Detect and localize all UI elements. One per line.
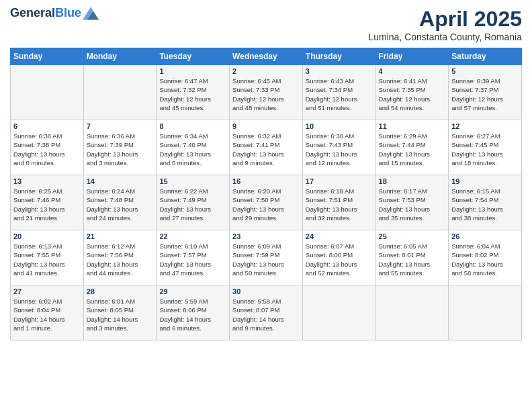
day-number: 9 [232, 122, 300, 130]
day-number: 24 [306, 232, 373, 240]
day-info: Sunrise: 6:15 AM Sunset: 7:54 PM Dayligh… [451, 187, 519, 222]
calendar-week-row: 27Sunrise: 6:02 AM Sunset: 8:04 PM Dayli… [11, 285, 522, 340]
calendar-day-cell: 13Sunrise: 6:25 AM Sunset: 7:46 PM Dayli… [11, 175, 84, 230]
calendar-week-row: 1Sunrise: 6:47 AM Sunset: 7:32 PM Daylig… [11, 65, 522, 120]
calendar-day-cell: 9Sunrise: 6:32 AM Sunset: 7:41 PM Daylig… [230, 120, 303, 175]
day-number: 27 [13, 287, 81, 295]
month-title: April 2025 [368, 7, 522, 32]
day-number: 5 [451, 67, 519, 75]
day-info: Sunrise: 5:59 AM Sunset: 8:06 PM Dayligh… [159, 297, 226, 332]
calendar-day-cell: 14Sunrise: 6:24 AM Sunset: 7:48 PM Dayli… [83, 175, 157, 230]
weekday-header-cell: Saturday [449, 48, 522, 65]
day-number: 23 [232, 232, 300, 240]
logo-icon [83, 7, 99, 20]
day-number: 22 [159, 232, 226, 240]
day-info: Sunrise: 6:10 AM Sunset: 7:57 PM Dayligh… [159, 242, 226, 277]
day-number: 3 [306, 67, 373, 75]
day-number: 28 [87, 287, 154, 295]
day-info: Sunrise: 6:24 AM Sunset: 7:48 PM Dayligh… [87, 187, 154, 222]
day-info: Sunrise: 6:45 AM Sunset: 7:33 PM Dayligh… [232, 77, 300, 112]
weekday-header-cell: Thursday [302, 48, 375, 65]
day-number: 8 [159, 122, 226, 130]
logo: GeneralBlue [10, 7, 99, 20]
page-header: GeneralBlue April 2025 Lumina, Constanta… [10, 7, 522, 42]
day-number: 17 [306, 177, 373, 185]
day-number: 21 [87, 232, 154, 240]
day-info: Sunrise: 6:41 AM Sunset: 7:35 PM Dayligh… [379, 77, 446, 112]
day-info: Sunrise: 6:32 AM Sunset: 7:41 PM Dayligh… [232, 132, 300, 167]
day-info: Sunrise: 6:09 AM Sunset: 7:59 PM Dayligh… [232, 242, 300, 277]
day-info: Sunrise: 6:34 AM Sunset: 7:40 PM Dayligh… [159, 132, 226, 167]
weekday-header-cell: Sunday [11, 48, 84, 65]
day-info: Sunrise: 6:02 AM Sunset: 8:04 PM Dayligh… [13, 297, 81, 332]
day-info: Sunrise: 6:04 AM Sunset: 8:02 PM Dayligh… [451, 242, 519, 277]
calendar-body: 1Sunrise: 6:47 AM Sunset: 7:32 PM Daylig… [11, 65, 522, 340]
weekday-header-cell: Wednesday [230, 48, 303, 65]
day-number: 10 [306, 122, 373, 130]
calendar-day-cell: 30Sunrise: 5:58 AM Sunset: 8:07 PM Dayli… [230, 285, 303, 340]
calendar-day-cell: 25Sunrise: 6:05 AM Sunset: 8:01 PM Dayli… [375, 230, 449, 285]
calendar-day-cell: 19Sunrise: 6:15 AM Sunset: 7:54 PM Dayli… [449, 175, 522, 230]
day-info: Sunrise: 6:27 AM Sunset: 7:45 PM Dayligh… [451, 132, 519, 167]
day-info: Sunrise: 6:29 AM Sunset: 7:44 PM Dayligh… [379, 132, 446, 167]
calendar-day-cell: 26Sunrise: 6:04 AM Sunset: 8:02 PM Dayli… [449, 230, 522, 285]
day-info: Sunrise: 6:36 AM Sunset: 7:39 PM Dayligh… [87, 132, 154, 167]
day-number: 13 [13, 177, 81, 185]
day-number: 20 [13, 232, 81, 240]
day-number: 29 [159, 287, 226, 295]
day-info: Sunrise: 6:17 AM Sunset: 7:53 PM Dayligh… [379, 187, 446, 222]
day-number: 6 [13, 122, 81, 130]
calendar-day-cell [375, 285, 449, 340]
day-number: 11 [379, 122, 446, 130]
calendar-day-cell: 12Sunrise: 6:27 AM Sunset: 7:45 PM Dayli… [449, 120, 522, 175]
calendar-day-cell: 29Sunrise: 5:59 AM Sunset: 8:06 PM Dayli… [157, 285, 230, 340]
calendar-week-row: 6Sunrise: 6:38 AM Sunset: 7:38 PM Daylig… [11, 120, 522, 175]
day-info: Sunrise: 6:25 AM Sunset: 7:46 PM Dayligh… [13, 187, 81, 222]
calendar-day-cell: 5Sunrise: 6:39 AM Sunset: 7:37 PM Daylig… [449, 65, 522, 120]
day-info: Sunrise: 5:58 AM Sunset: 8:07 PM Dayligh… [232, 297, 300, 332]
day-number: 12 [451, 122, 519, 130]
calendar-day-cell [11, 65, 84, 120]
day-number: 4 [379, 67, 446, 75]
day-info: Sunrise: 6:12 AM Sunset: 7:56 PM Dayligh… [87, 242, 154, 277]
calendar-day-cell: 20Sunrise: 6:13 AM Sunset: 7:55 PM Dayli… [11, 230, 84, 285]
day-number: 1 [159, 67, 226, 75]
day-number: 18 [379, 177, 446, 185]
day-info: Sunrise: 6:18 AM Sunset: 7:51 PM Dayligh… [306, 187, 373, 222]
calendar-day-cell: 22Sunrise: 6:10 AM Sunset: 7:57 PM Dayli… [157, 230, 230, 285]
day-number: 26 [451, 232, 519, 240]
weekday-header-cell: Friday [375, 48, 449, 65]
weekday-header-row: SundayMondayTuesdayWednesdayThursdayFrid… [11, 48, 522, 65]
day-number: 25 [379, 232, 446, 240]
calendar-day-cell: 17Sunrise: 6:18 AM Sunset: 7:51 PM Dayli… [302, 175, 375, 230]
day-number: 2 [232, 67, 300, 75]
calendar-day-cell: 24Sunrise: 6:07 AM Sunset: 8:00 PM Dayli… [302, 230, 375, 285]
calendar-day-cell: 3Sunrise: 6:43 AM Sunset: 7:34 PM Daylig… [302, 65, 375, 120]
calendar-day-cell: 18Sunrise: 6:17 AM Sunset: 7:53 PM Dayli… [375, 175, 449, 230]
day-number: 7 [87, 122, 154, 130]
day-info: Sunrise: 6:01 AM Sunset: 8:05 PM Dayligh… [87, 297, 154, 332]
calendar-day-cell: 16Sunrise: 6:20 AM Sunset: 7:50 PM Dayli… [230, 175, 303, 230]
calendar-day-cell: 7Sunrise: 6:36 AM Sunset: 7:39 PM Daylig… [83, 120, 157, 175]
calendar-week-row: 13Sunrise: 6:25 AM Sunset: 7:46 PM Dayli… [11, 175, 522, 230]
calendar-day-cell: 2Sunrise: 6:45 AM Sunset: 7:33 PM Daylig… [230, 65, 303, 120]
day-info: Sunrise: 6:39 AM Sunset: 7:37 PM Dayligh… [451, 77, 519, 112]
calendar-day-cell: 8Sunrise: 6:34 AM Sunset: 7:40 PM Daylig… [157, 120, 230, 175]
calendar-day-cell: 4Sunrise: 6:41 AM Sunset: 7:35 PM Daylig… [375, 65, 449, 120]
calendar-day-cell [302, 285, 375, 340]
calendar-day-cell: 21Sunrise: 6:12 AM Sunset: 7:56 PM Dayli… [83, 230, 157, 285]
calendar-day-cell: 15Sunrise: 6:22 AM Sunset: 7:49 PM Dayli… [157, 175, 230, 230]
logo-text: GeneralBlue [10, 7, 81, 20]
day-info: Sunrise: 6:43 AM Sunset: 7:34 PM Dayligh… [306, 77, 373, 112]
day-number: 16 [232, 177, 300, 185]
weekday-header-cell: Tuesday [157, 48, 230, 65]
calendar-day-cell [83, 65, 157, 120]
calendar-day-cell: 6Sunrise: 6:38 AM Sunset: 7:38 PM Daylig… [11, 120, 84, 175]
day-number: 30 [232, 287, 300, 295]
day-number: 14 [87, 177, 154, 185]
calendar-day-cell: 23Sunrise: 6:09 AM Sunset: 7:59 PM Dayli… [230, 230, 303, 285]
day-number: 15 [159, 177, 226, 185]
calendar-day-cell [449, 285, 522, 340]
calendar-table: SundayMondayTuesdayWednesdayThursdayFrid… [10, 48, 522, 340]
calendar-day-cell: 28Sunrise: 6:01 AM Sunset: 8:05 PM Dayli… [83, 285, 157, 340]
